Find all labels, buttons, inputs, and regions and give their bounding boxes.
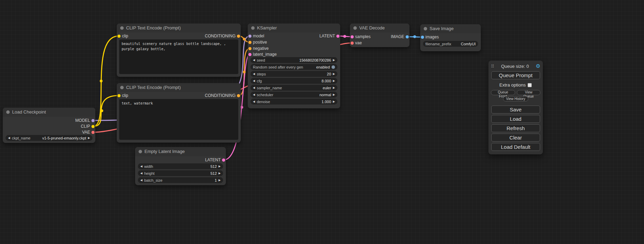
node-clip-text-encode-positive[interactable]: CLIP Text Encode (Prompt) clip CONDITION…	[117, 24, 241, 77]
input-slot-clip[interactable]	[117, 94, 121, 97]
widget-value: enabled	[316, 65, 330, 69]
arrow-right-icon[interactable]: ▶	[219, 163, 221, 169]
width-widget[interactable]: ◀ width 512 ▶	[138, 163, 223, 169]
refresh-button[interactable]: Refresh	[491, 124, 540, 132]
clear-button[interactable]: Clear	[491, 134, 540, 142]
input-slot-positive[interactable]	[248, 41, 252, 44]
input-slot-latent-image[interactable]	[248, 53, 252, 56]
height-widget[interactable]: ◀ height 512 ▶	[138, 170, 223, 176]
sampler-name-widget[interactable]: ◀ sampler_name euler ▶	[250, 85, 337, 91]
arrow-right-icon[interactable]: ▶	[333, 71, 335, 77]
output-label-image: IMAGE	[391, 34, 404, 39]
input-slot-negative[interactable]	[248, 47, 252, 50]
arrow-right-icon[interactable]: ▶	[88, 135, 90, 141]
arrow-left-icon[interactable]: ◀	[253, 92, 255, 98]
arrow-left-icon[interactable]: ◀	[253, 57, 255, 63]
node-title-bar[interactable]: CLIP Text Encode (Prompt)	[117, 24, 241, 33]
positive-prompt-textarea[interactable]: beautiful scenery nature glass bottle la…	[119, 39, 238, 74]
input-slot-model[interactable]	[248, 35, 252, 38]
arrow-right-icon[interactable]: ▶	[333, 57, 335, 63]
input-label-model: model	[253, 34, 264, 39]
denoise-widget[interactable]: ◀ denoise 1.000 ▶	[250, 99, 337, 105]
arrow-left-icon[interactable]: ◀	[253, 99, 255, 105]
arrow-left-icon[interactable]: ◀	[253, 85, 255, 91]
ckpt-name-widget[interactable]: ◀ ckpt_name v1-5-pruned-emaonly.ckpt ▶	[6, 135, 92, 141]
node-collapse-dot-icon[interactable]	[353, 26, 357, 30]
seed-widget[interactable]: ◀ seed 156680208700286 ▶	[250, 57, 337, 63]
arrow-right-icon[interactable]: ▶	[333, 85, 335, 91]
output-slot-conditioning[interactable]	[237, 94, 240, 97]
random-seed-toggle-widget[interactable]: Random seed after every gen enabled	[250, 64, 337, 70]
output-slot-latent[interactable]	[336, 35, 339, 38]
output-slot-conditioning[interactable]	[237, 35, 240, 38]
widget-label: seed	[257, 58, 265, 62]
node-collapse-dot-icon[interactable]	[120, 26, 124, 30]
widget-value: 1.000	[321, 100, 331, 104]
save-button[interactable]: Save	[491, 106, 540, 114]
output-slot-latent[interactable]	[222, 159, 225, 162]
node-clip-text-encode-negative[interactable]: CLIP Text Encode (Prompt) clip CONDITION…	[117, 83, 241, 143]
queue-prompt-button[interactable]: Queue Prompt	[491, 71, 540, 79]
steps-widget[interactable]: ◀ steps 20 ▶	[250, 71, 337, 77]
arrow-right-icon[interactable]: ▶	[333, 99, 335, 105]
arrow-left-icon[interactable]: ◀	[140, 170, 142, 176]
input-slot-images[interactable]	[421, 36, 424, 39]
input-slot-clip[interactable]	[117, 35, 121, 38]
input-label-clip: clip	[122, 34, 128, 39]
load-default-button[interactable]: Load Default	[491, 143, 540, 151]
node-title-text: Save Image	[430, 26, 453, 31]
arrow-left-icon[interactable]: ◀	[8, 135, 10, 141]
node-empty-latent-image[interactable]: Empty Latent Image LATENT ◀ width 512 ▶ …	[135, 147, 226, 185]
arrow-right-icon[interactable]: ▶	[333, 78, 335, 84]
filename-prefix-widget[interactable]: filename_prefix ComfyUI	[423, 41, 478, 47]
node-collapse-dot-icon[interactable]	[6, 110, 10, 114]
node-title-bar[interactable]: Load Checkpoint	[3, 108, 95, 117]
widget-label: ckpt_name	[12, 136, 30, 140]
cfg-widget[interactable]: ◀ cfg 8.000 ▶	[250, 78, 337, 84]
arrow-right-icon[interactable]: ▶	[219, 177, 221, 183]
extra-options-checkbox[interactable]	[528, 83, 532, 87]
node-title-bar[interactable]: CLIP Text Encode (Prompt)	[117, 83, 241, 92]
input-label-clip: clip	[122, 93, 128, 98]
node-collapse-dot-icon[interactable]	[139, 150, 142, 153]
queue-front-button[interactable]: Queue Front	[491, 90, 515, 95]
input-label-latent-image: latent_image	[253, 52, 277, 57]
output-slot-image[interactable]	[406, 35, 409, 38]
arrow-left-icon[interactable]: ◀	[140, 163, 142, 169]
node-collapse-dot-icon[interactable]	[424, 27, 427, 30]
output-slot-model[interactable]	[91, 119, 95, 122]
node-vae-decode[interactable]: VAE Decode samples vae IMAGE	[350, 24, 409, 47]
output-slot-vae[interactable]	[91, 131, 95, 134]
drag-handle-icon[interactable]: ⠿	[491, 64, 494, 69]
arrow-right-icon[interactable]: ▶	[219, 170, 221, 176]
view-history-button[interactable]: View History	[503, 96, 528, 101]
node-title-bar[interactable]: Save Image	[420, 24, 481, 33]
output-slot-clip[interactable]	[91, 125, 95, 128]
node-load-checkpoint[interactable]: Load Checkpoint MODEL CLIP VAE ◀ ckpt_na…	[3, 108, 95, 143]
load-button[interactable]: Load	[491, 115, 540, 123]
widget-label: batch_size	[144, 178, 162, 182]
input-slot-vae[interactable]	[351, 42, 354, 45]
node-save-image[interactable]: Save Image images filename_prefix ComfyU…	[420, 24, 481, 51]
arrow-left-icon[interactable]: ◀	[253, 78, 255, 84]
arrow-left-icon[interactable]: ◀	[253, 71, 255, 77]
widget-label: Random seed after every gen	[253, 65, 303, 69]
node-collapse-dot-icon[interactable]	[120, 86, 124, 89]
node-ksampler[interactable]: KSampler model positive negative latent_…	[248, 24, 340, 108]
view-queue-button[interactable]: View Queue	[517, 90, 540, 95]
negative-prompt-textarea[interactable]: text, watermark	[119, 99, 238, 140]
arrow-right-icon[interactable]: ▶	[333, 92, 335, 98]
widget-value: normal	[319, 93, 331, 97]
arrow-left-icon[interactable]: ◀	[140, 177, 142, 183]
node-collapse-dot-icon[interactable]	[251, 26, 255, 30]
node-title-bar[interactable]: Empty Latent Image	[135, 147, 226, 156]
input-slot-samples[interactable]	[351, 35, 354, 38]
scheduler-widget[interactable]: ◀ scheduler normal ▶	[250, 92, 337, 98]
settings-gear-icon[interactable]: ⚙	[536, 63, 540, 69]
widget-value: euler	[323, 86, 331, 90]
node-title-bar[interactable]: VAE Decode	[350, 24, 409, 33]
node-title-bar[interactable]: KSampler	[248, 24, 340, 33]
toggle-dot-icon[interactable]	[332, 65, 335, 69]
batch-size-widget[interactable]: ◀ batch_size 1 ▶	[138, 177, 223, 183]
widget-value: 512	[210, 171, 217, 175]
